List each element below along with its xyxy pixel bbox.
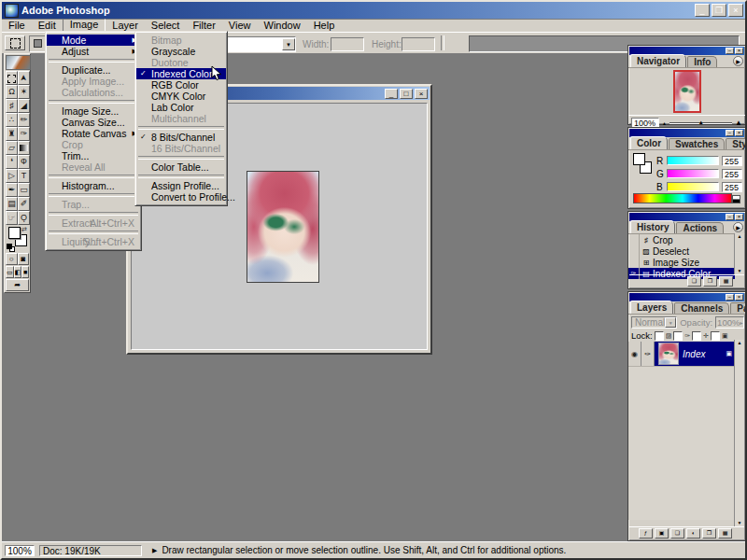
tab-paths[interactable]: Paths: [730, 302, 747, 314]
canvas-image[interactable]: [247, 171, 319, 283]
tab-swatches[interactable]: Swatches: [669, 138, 725, 149]
doc-minimize-button[interactable]: _: [385, 89, 398, 99]
red-slider[interactable]: [667, 156, 719, 165]
visibility-eye-icon[interactable]: ◉: [628, 342, 641, 366]
layer-effects-button[interactable]: ƒ: [639, 528, 653, 539]
color-spectrum-bar[interactable]: [633, 193, 732, 203]
chevron-down-icon[interactable]: ▼: [282, 38, 295, 50]
slice-tool[interactable]: ◢: [18, 99, 30, 113]
history-brush-tool[interactable]: ✑: [18, 127, 30, 141]
palette-close-icon[interactable]: ×: [735, 294, 743, 301]
palette-minimize-icon[interactable]: −: [726, 130, 734, 136]
path-select-tool[interactable]: ▷: [6, 169, 18, 183]
red-value-field[interactable]: 255: [722, 156, 742, 166]
adjustment-layer-button[interactable]: ◐: [686, 528, 700, 539]
gradient-tool[interactable]: [18, 141, 30, 155]
delete-layer-button[interactable]: ▦: [718, 528, 732, 539]
doc-close-button[interactable]: ×: [415, 89, 428, 99]
blur-tool[interactable]: ❛: [6, 155, 18, 169]
status-doc-size[interactable]: Doc: 19K/19K: [39, 545, 142, 556]
eraser-tool[interactable]: ▱: [6, 141, 18, 155]
palette-menu-icon[interactable]: ▶: [733, 56, 743, 66]
restore-button[interactable]: ❐: [712, 4, 726, 17]
foreground-color-swatch[interactable]: [633, 153, 645, 165]
magic-wand-tool[interactable]: ✶: [18, 85, 30, 99]
palette-close-icon[interactable]: ×: [735, 48, 743, 54]
paintbrush-tool[interactable]: ✏: [18, 113, 30, 127]
fullscreen-menubar-button[interactable]: ◧: [14, 266, 22, 278]
history-source-well[interactable]: [628, 257, 640, 268]
menu-item-lab-color[interactable]: Lab Color: [136, 102, 226, 113]
blue-slider[interactable]: [667, 182, 719, 191]
doc-maximize-button[interactable]: □: [400, 89, 413, 99]
type-tool[interactable]: T: [18, 169, 30, 183]
lasso-tool[interactable]: Ω: [6, 85, 18, 99]
menu-item-color-table[interactable]: Color Table...: [136, 161, 226, 173]
rectangle-tool[interactable]: ▭: [18, 183, 30, 197]
menu-item-mode[interactable]: Mode▶: [47, 35, 140, 46]
rectangular-marquee-tool[interactable]: [6, 71, 18, 85]
layer-name[interactable]: Index: [683, 349, 726, 359]
layers-scrollbar[interactable]: ▲ ▼: [734, 340, 744, 527]
menu-item-cmyk-color[interactable]: CMYK Color: [136, 91, 226, 102]
green-value-field[interactable]: 255: [722, 169, 742, 179]
zoom-in-icon[interactable]: ▲: [735, 119, 742, 127]
tab-history[interactable]: History: [630, 220, 675, 233]
move-tool[interactable]: ➤: [18, 71, 30, 85]
layer-mask-button[interactable]: ▣: [655, 528, 669, 539]
history-state-crop[interactable]: ♯ Crop: [628, 234, 735, 245]
lock-position-checkbox[interactable]: [692, 331, 701, 341]
palette-minimize-icon[interactable]: −: [726, 294, 734, 301]
menu-file[interactable]: File: [2, 20, 32, 32]
slider-thumb-icon[interactable]: ▲: [698, 119, 704, 125]
history-source-well[interactable]: [628, 245, 640, 257]
spectrum-bw-chips[interactable]: [732, 195, 740, 203]
tab-color[interactable]: Color: [630, 136, 668, 149]
quick-mask-mode-button[interactable]: ◙: [18, 253, 30, 265]
foreground-color-swatch[interactable]: [8, 227, 21, 239]
menu-item-histogram[interactable]: Histogram...: [47, 180, 140, 191]
adobe-online-button[interactable]: [6, 55, 31, 70]
close-button[interactable]: ×: [728, 4, 743, 17]
default-colors-icon[interactable]: [7, 244, 14, 251]
dodge-tool[interactable]: Ф: [18, 155, 30, 169]
standard-screen-button[interactable]: ▭: [6, 266, 14, 278]
menu-help[interactable]: Help: [307, 20, 342, 32]
tab-actions[interactable]: Actions: [676, 222, 724, 233]
layer-thumbnail[interactable]: [658, 343, 679, 365]
menu-item-image-size[interactable]: Image Size...: [47, 105, 140, 117]
menu-item-grayscale[interactable]: Grayscale: [136, 46, 226, 57]
standard-mode-button[interactable]: ○: [6, 253, 18, 265]
pen-tool[interactable]: ✒: [6, 183, 18, 197]
delete-state-button[interactable]: ▦: [719, 276, 733, 287]
tab-styles[interactable]: Styles: [726, 138, 747, 149]
tab-layers[interactable]: Layers: [630, 301, 673, 314]
menu-item-canvas-size[interactable]: Canvas Size...: [47, 117, 140, 128]
history-state-image-size[interactable]: ⊞ Image Size: [628, 257, 735, 268]
swap-colors-icon[interactable]: ⇄: [21, 226, 27, 233]
app-title-bar[interactable]: Adobe Photoshop _ ❐ ×: [2, 2, 745, 19]
lock-image-checkbox[interactable]: [673, 331, 683, 341]
palette-minimize-icon[interactable]: −: [726, 48, 734, 54]
jump-to-imageready-button[interactable]: ➦: [6, 279, 29, 291]
lock-all-checkbox[interactable]: [711, 331, 720, 341]
menu-item-adjust[interactable]: Adjust▶: [47, 46, 140, 57]
blue-value-field[interactable]: 255: [722, 182, 742, 192]
history-scrollbar[interactable]: ▲ ▼: [734, 233, 744, 275]
menu-item-trim[interactable]: Trim...: [47, 150, 140, 161]
palette-menu-icon[interactable]: ▶: [733, 222, 743, 232]
palette-minimize-icon[interactable]: −: [726, 214, 734, 220]
clone-stamp-tool[interactable]: ♜: [6, 127, 18, 141]
new-snapshot-button[interactable]: ❐: [703, 276, 717, 287]
new-layer-set-button[interactable]: ❏: [670, 528, 684, 539]
layer-row-index[interactable]: ◉ ✑ Index ▣: [628, 342, 736, 366]
airbrush-tool[interactable]: ∴: [6, 113, 18, 127]
navigator-thumbnail[interactable]: [673, 70, 701, 113]
scroll-up-icon[interactable]: ▲: [735, 340, 744, 347]
tab-navigator[interactable]: Navigator: [630, 54, 686, 67]
scroll-up-icon[interactable]: ▲: [735, 233, 744, 241]
history-state-deselect[interactable]: ▨ Deselect: [628, 245, 735, 257]
tab-info[interactable]: Info: [687, 56, 717, 67]
fullscreen-button[interactable]: ■: [21, 266, 29, 278]
palette-close-icon[interactable]: ×: [735, 214, 743, 220]
